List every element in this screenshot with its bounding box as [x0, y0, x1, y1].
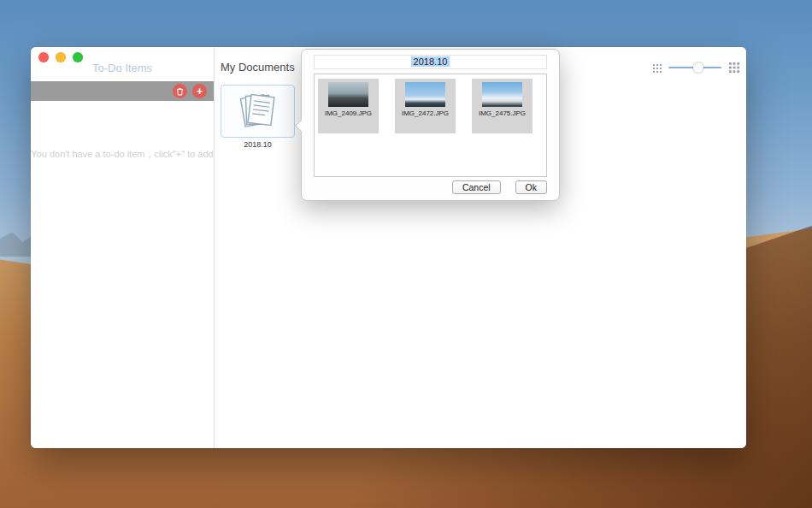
zoom-button[interactable]: [73, 52, 83, 62]
minimize-button[interactable]: [56, 52, 66, 62]
large-grid-icon: [728, 62, 740, 74]
zoom-control: [652, 62, 740, 74]
photo-thumbnail: [405, 82, 445, 107]
breadcrumb-root[interactable]: My Documents: [221, 61, 295, 74]
empty-message: You don't have a to-do item，click"+" to …: [31, 148, 214, 161]
file-item[interactable]: IMG_2472.JPG: [395, 79, 456, 133]
file-name: IMG_2472.JPG: [395, 109, 456, 117]
file-list: IMG_2409.JPG IMG_2472.JPG IMG_2475.JPG: [315, 74, 546, 138]
todo-list-header[interactable]: +: [31, 81, 214, 101]
file-name: IMG_2475.JPG: [472, 109, 533, 117]
add-todo-button[interactable]: +: [192, 84, 207, 98]
close-button[interactable]: [38, 52, 49, 62]
delete-todo-button[interactable]: [173, 84, 187, 98]
file-item[interactable]: IMG_2409.JPG: [318, 79, 379, 133]
folder-item[interactable]: 2018.10: [221, 85, 295, 149]
zoom-slider[interactable]: [668, 62, 721, 73]
folder-popover-dialog: 2018.10 IMG_2409.JPG IMG_2472.JPG IMG_24…: [301, 49, 560, 201]
file-item[interactable]: IMG_2475.JPG: [472, 79, 533, 133]
folder-name-value: 2018.10: [411, 56, 450, 67]
cancel-button[interactable]: Cancel: [452, 180, 501, 194]
dialog-buttons: Cancel Ok: [452, 180, 547, 194]
file-name: IMG_2409.JPG: [318, 109, 379, 117]
sidebar: To-Do Items + You don't have a to-do ite…: [31, 47, 215, 448]
folder-selection-box[interactable]: [221, 85, 295, 138]
photo-thumbnail: [328, 82, 368, 107]
small-grid-icon: [652, 63, 662, 73]
plus-icon: +: [197, 86, 203, 97]
file-panel: IMG_2409.JPG IMG_2472.JPG IMG_2475.JPG: [314, 74, 547, 177]
folder-name-input[interactable]: 2018.10: [314, 55, 547, 69]
sidebar-title: To-Do Items: [31, 62, 214, 74]
desktop: To-Do Items + You don't have a to-do ite…: [0, 0, 812, 508]
zoom-slider-knob[interactable]: [693, 62, 703, 73]
photo-thumbnail: [482, 82, 522, 107]
document-stack-icon: [236, 89, 280, 133]
window-controls: [38, 52, 83, 62]
trash-icon: [176, 87, 184, 96]
ok-button[interactable]: Ok: [515, 180, 547, 194]
folder-label: 2018.10: [221, 140, 295, 149]
